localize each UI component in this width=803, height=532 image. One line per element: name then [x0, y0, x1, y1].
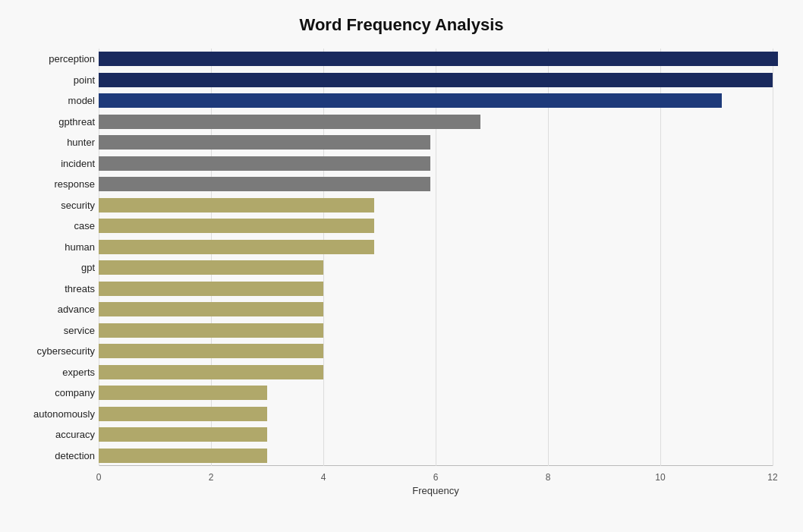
bar-label: service — [4, 325, 95, 336]
bar-track — [99, 323, 773, 338]
bar-label: case — [4, 220, 95, 231]
bar-label: response — [4, 178, 95, 190]
bar-track — [99, 302, 773, 316]
grid-label: 8 — [546, 472, 551, 483]
bar-row: autonomously — [99, 404, 773, 425]
bar-row: security — [99, 195, 773, 216]
bar-track — [99, 449, 773, 463]
bar-row: response — [99, 174, 773, 195]
bar-row: human — [99, 237, 773, 258]
bar-fill — [99, 282, 323, 296]
bar-row: model — [99, 90, 773, 112]
bar-fill — [99, 73, 773, 87]
bar-label: threats — [4, 283, 95, 294]
bar-label: gpthreat — [4, 116, 95, 127]
bar-fill — [99, 323, 323, 338]
bar-label: autonomously — [4, 408, 95, 420]
bar-track — [99, 135, 773, 150]
bar-track — [99, 407, 773, 421]
bar-fill — [99, 260, 323, 275]
bar-label: incident — [4, 158, 95, 169]
bar-track — [99, 282, 773, 296]
grid-label: 12 — [767, 472, 777, 483]
bar-row: company — [99, 382, 773, 404]
grid-label: 0 — [96, 472, 102, 483]
bar-track — [99, 115, 773, 129]
bar-row: point — [99, 70, 773, 91]
bar-row: service — [99, 320, 773, 342]
x-axis-title: Frequency — [412, 485, 458, 496]
bar-track — [99, 365, 773, 379]
bar-label: accuracy — [4, 429, 95, 440]
grid-label: 10 — [655, 472, 665, 483]
bar-label: detection — [4, 450, 95, 461]
grid-line — [773, 49, 773, 466]
bar-label: security — [4, 200, 95, 211]
bar-fill — [99, 427, 267, 442]
bar-row: gpthreat — [99, 112, 773, 133]
bar-track — [99, 156, 773, 171]
bar-fill — [99, 407, 267, 421]
bar-row: accuracy — [99, 424, 773, 445]
bar-track — [99, 93, 773, 108]
bar-track — [99, 198, 773, 212]
bar-fill — [99, 156, 430, 171]
bar-fill — [99, 177, 430, 191]
bar-track — [99, 240, 773, 254]
bar-row: threats — [99, 279, 773, 300]
bar-row: hunter — [99, 132, 773, 153]
bar-fill — [99, 115, 480, 129]
bar-track — [99, 260, 773, 275]
bar-row: incident — [99, 153, 773, 175]
bar-fill — [99, 52, 778, 66]
bar-label: experts — [4, 367, 95, 378]
bar-label: hunter — [4, 137, 95, 148]
chart-title: Word Frequency Analysis — [30, 15, 773, 35]
chart-area: 024681012Frequencyperceptionpointmodelgp… — [99, 49, 773, 496]
bar-label: cybersecurity — [4, 345, 95, 357]
bar-label: advance — [4, 304, 95, 315]
grid-label: 2 — [209, 472, 214, 483]
chart-container: Word Frequency Analysis 024681012Frequen… — [0, 0, 803, 532]
bar-row: advance — [99, 299, 773, 320]
grid-label: 6 — [433, 472, 439, 483]
bar-track — [99, 52, 773, 66]
bar-fill — [99, 198, 374, 212]
bar-track — [99, 344, 773, 358]
bar-track — [99, 177, 773, 191]
bar-row: experts — [99, 362, 773, 383]
bar-fill — [99, 93, 722, 108]
bar-track — [99, 73, 773, 87]
bar-fill — [99, 386, 267, 400]
bar-fill — [99, 240, 374, 254]
bar-fill — [99, 365, 323, 379]
bar-label: gpt — [4, 262, 95, 273]
bar-label: company — [4, 387, 95, 398]
bar-label: perception — [4, 53, 95, 65]
bar-fill — [99, 219, 374, 233]
bar-row: perception — [99, 49, 773, 70]
bars-container: perceptionpointmodelgpthreathunterincide… — [99, 49, 773, 466]
bar-row: detection — [99, 445, 773, 467]
grid-label: 4 — [321, 472, 326, 483]
bar-fill — [99, 302, 323, 316]
bar-track — [99, 219, 773, 233]
bar-row: cybersecurity — [99, 341, 773, 362]
bar-track — [99, 386, 773, 400]
bar-label: human — [4, 241, 95, 253]
bar-fill — [99, 135, 430, 150]
bar-label: model — [4, 95, 95, 106]
bar-fill — [99, 344, 323, 358]
bar-row: gpt — [99, 257, 773, 279]
bar-track — [99, 427, 773, 442]
bar-label: point — [4, 74, 95, 86]
bar-fill — [99, 449, 267, 463]
bar-row: case — [99, 216, 773, 237]
